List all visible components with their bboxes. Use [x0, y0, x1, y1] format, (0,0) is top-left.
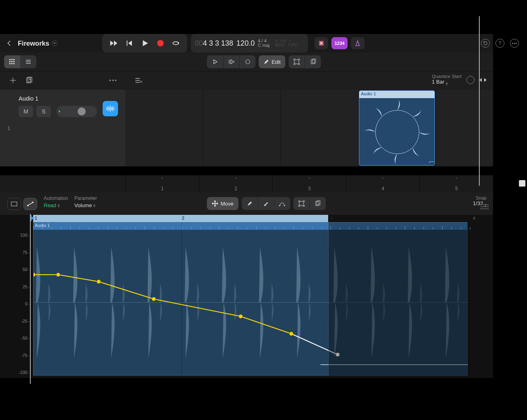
out-of-cycle-overlay	[329, 223, 468, 376]
svg-rect-34	[11, 202, 17, 206]
cycle-bar2-label: 2	[182, 216, 184, 220]
mute-button[interactable]: M	[19, 106, 33, 117]
project-title-text: Fireworks	[18, 40, 49, 47]
svg-rect-6	[13, 61, 15, 62]
editor-region-title: Audio 1	[35, 223, 50, 228]
solo-button[interactable]: S	[36, 106, 51, 117]
curve-tool-button[interactable]	[274, 197, 290, 210]
lcd-keysig: 4 / 4 C maj	[258, 39, 270, 48]
arrange-region-title: Audio 1	[359, 91, 434, 98]
project-dropdown-icon	[52, 40, 57, 46]
editor-capture-button[interactable]	[293, 197, 310, 210]
pencil-tool-button[interactable]	[242, 197, 258, 210]
view-switcher	[4, 55, 36, 68]
volume-slider[interactable]	[57, 106, 97, 117]
automation-mode[interactable]: Automation Read▴▾	[44, 195, 68, 208]
copy-button[interactable]	[305, 55, 321, 68]
fast-forward-button[interactable]	[109, 39, 118, 48]
expand-horiz-button[interactable]	[479, 77, 487, 83]
metronome-button[interactable]	[351, 37, 365, 49]
svg-point-46	[34, 273, 36, 277]
undo-history-button[interactable]	[481, 39, 490, 48]
stop-marker-icon[interactable]	[519, 180, 525, 187]
replace-mode-button[interactable]	[314, 37, 328, 49]
cycle-end-icon[interactable]	[328, 215, 333, 221]
drag-handle-icon[interactable]	[480, 204, 489, 209]
arrange-region-body	[359, 98, 434, 166]
list-view-button[interactable]	[20, 55, 36, 68]
track-options-button[interactable]: •••	[109, 77, 118, 84]
marquee-tool-button[interactable]	[7, 198, 21, 210]
grid-view-button[interactable]	[4, 55, 20, 68]
duplicate-track-button[interactable]	[25, 76, 33, 84]
cycle-region[interactable]: 1 2	[33, 215, 328, 222]
svg-point-38	[279, 205, 280, 206]
svg-rect-7	[9, 63, 11, 64]
back-button[interactable]	[6, 40, 13, 47]
chevron-updown-icon: ▴▾	[446, 82, 448, 86]
preview-loop-button[interactable]	[239, 55, 255, 68]
automation-mode-label: Automation	[44, 195, 68, 201]
svg-rect-3	[13, 59, 15, 60]
view-toolbar: Edit	[0, 52, 493, 71]
top-right-controls: ?	[474, 34, 523, 52]
edit-tool-button[interactable]: Edit	[259, 55, 285, 68]
bar-ruler[interactable]: ⌃1⌃2⌃3⌃4⌃5	[125, 175, 493, 192]
preview-play-button[interactable]	[207, 55, 223, 68]
record-button[interactable]	[156, 39, 165, 48]
svg-rect-5	[11, 61, 13, 62]
track-header[interactable]: Audio 1 M S 1	[0, 90, 125, 166]
annotation-guide	[479, 16, 480, 186]
lcd-display[interactable]: 004 3 3 138 120.0 4 / 4 C maj In Out • M…	[191, 34, 308, 52]
capture-button[interactable]	[289, 55, 305, 68]
svg-rect-9	[13, 63, 15, 64]
snap-label: Snap	[473, 195, 487, 200]
automation-tool-button[interactable]	[23, 198, 37, 210]
move-tool-button[interactable]: Move	[207, 197, 238, 210]
bar4-label: 4	[473, 216, 475, 220]
quantize-circle-icon[interactable]	[466, 76, 474, 84]
count-in-button[interactable]: 1234	[331, 37, 348, 49]
svg-rect-40	[299, 202, 304, 206]
arrange-grid[interactable]	[125, 90, 493, 166]
annotation-guide	[30, 214, 31, 384]
cycle-start-label: 1	[35, 216, 37, 220]
svg-point-50	[238, 314, 242, 318]
preview-play-selection-button[interactable]	[223, 55, 239, 68]
editor-copy-button[interactable]	[310, 197, 326, 210]
parameter-select[interactable]: Parameter Volume▴▾	[74, 195, 97, 208]
top-bar: Fireworks 004 3 3 138 120.0 4 / 4 C maj …	[0, 34, 493, 52]
brush-tool-button[interactable]	[258, 197, 274, 210]
add-track-button[interactable]	[9, 76, 17, 84]
more-menu-button[interactable]	[510, 39, 519, 48]
svg-rect-8	[11, 63, 13, 64]
project-title[interactable]: Fireworks	[18, 40, 57, 47]
track-type-icon[interactable]	[103, 101, 118, 116]
preview-controls	[207, 55, 255, 68]
svg-rect-15	[295, 60, 299, 64]
waveform-stage[interactable]	[33, 222, 468, 376]
svg-rect-4	[9, 61, 11, 62]
cycle-button[interactable]	[171, 39, 180, 48]
svg-line-37	[28, 203, 32, 205]
play-button[interactable]	[140, 39, 149, 48]
lcd-tempo: 120.0	[236, 39, 255, 48]
svg-rect-2	[11, 59, 13, 60]
track-filter-button[interactable]: R	[134, 76, 142, 84]
svg-point-48	[97, 279, 101, 284]
quantize-start[interactable]: Quantize Start 1 Bar ▴▾	[432, 74, 487, 86]
svg-text:R: R	[140, 80, 142, 83]
editor-function	[293, 197, 326, 210]
editor-body: 1 2 4 Audio 1 1007550250-25-50-75-100	[0, 215, 493, 378]
editor-toolbar: Automation Read▴▾ Parameter Volume▴▾ Mov…	[0, 192, 493, 215]
lcd-position: 004 3 3 138	[195, 39, 233, 48]
go-to-start-button[interactable]	[124, 39, 133, 48]
center-controls: Edit	[207, 55, 321, 68]
mode-buttons: 1234	[314, 34, 365, 52]
track-name: Audio 1	[19, 95, 38, 102]
help-button[interactable]: ?	[495, 39, 504, 48]
tick-marks	[33, 222, 469, 229]
arrange-region[interactable]: Audio 1	[359, 90, 435, 166]
draw-tools	[242, 197, 290, 210]
svg-point-33	[375, 110, 419, 154]
